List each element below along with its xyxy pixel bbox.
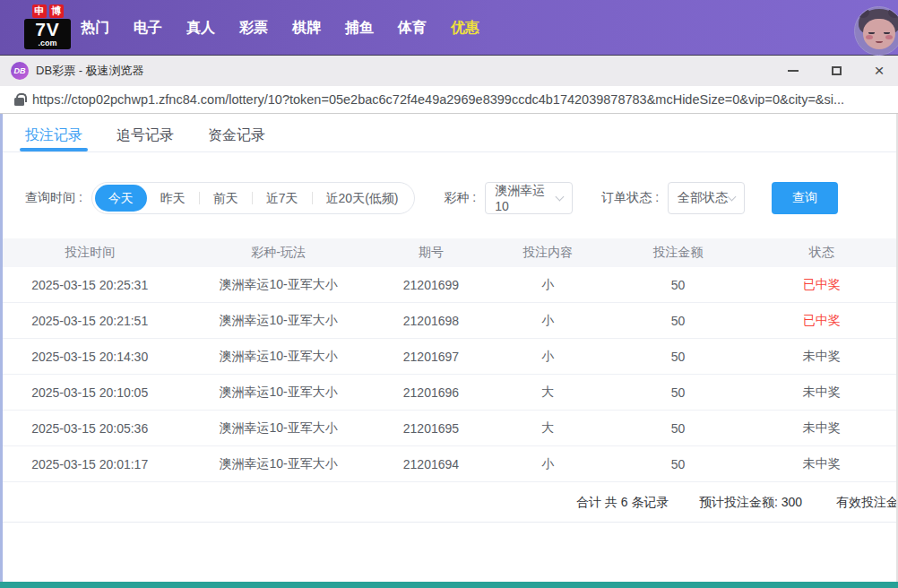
cell-amount: 50 <box>610 314 745 328</box>
cell-status: 未中奖 <box>746 456 898 472</box>
cell-status: 未中奖 <box>746 420 898 437</box>
cell-game: 澳洲幸运10-亚军大小 <box>179 420 376 437</box>
total-records-text: 合计 共 6 条记录 <box>576 495 669 511</box>
minimize-icon <box>788 70 799 72</box>
avatar-face <box>863 19 895 49</box>
cell-time: 2025-03-15 20:14:30 <box>0 350 179 364</box>
table-row: 2025-03-15 20:21:51澳洲幸运10-亚军大小21201698小5… <box>0 303 898 339</box>
expected-bet-amount-text: 预计投注金额: 300 <box>699 495 802 511</box>
cell-content: 小 <box>485 277 610 293</box>
filter-time-last20days[interactable]: 近20天(低频) <box>313 185 412 212</box>
nav-item-7[interactable]: 体育 <box>398 19 427 38</box>
tab-label: 投注记录 <box>25 127 82 143</box>
filter-time-yesterday[interactable]: 昨天 <box>147 185 199 212</box>
logo-chip-bo: 博 <box>49 4 64 18</box>
tab-bet-records[interactable]: 投注记录 <box>25 126 82 151</box>
avatar-hair-bun <box>857 7 869 18</box>
avatar-hair-bun <box>888 7 898 18</box>
cell-game: 澳洲幸运10-亚军大小 <box>179 313 376 329</box>
cell-amount: 50 <box>610 278 745 292</box>
bottom-status-bar <box>0 582 898 588</box>
tab-label: 追号记录 <box>117 127 174 143</box>
cell-content: 小 <box>485 313 610 329</box>
cell-game: 澳洲幸运10-亚军大小 <box>179 349 376 365</box>
table-row: 2025-03-15 20:25:31澳洲幸运10-亚军大小21201699小5… <box>0 267 898 303</box>
cell-content: 大 <box>485 420 610 437</box>
cell-game: 澳洲幸运10-亚军大小 <box>179 456 376 472</box>
filter-time-day-before[interactable]: 前天 <box>200 185 252 212</box>
time-filter-group: 今天昨天前天近7天近20天(低频) <box>91 182 416 214</box>
cell-amount: 50 <box>610 350 745 364</box>
table-row: 2025-03-15 20:01:17澳洲幸运10-亚军大小21201694小5… <box>0 446 898 482</box>
tab-label: 资金记录 <box>208 127 265 143</box>
table-body: 2025-03-15 20:25:31澳洲幸运10-亚军大小21201699小5… <box>0 267 898 482</box>
time-filter-label: 查询时间 : <box>25 190 82 206</box>
valid-bet-amount-text: 有效投注金 <box>836 495 898 511</box>
column-header: 投注金额 <box>610 245 745 261</box>
cell-period: 21201699 <box>377 278 485 292</box>
url-text: https://ctop02pchwp1.zfnc84.com/lottery/… <box>32 92 844 107</box>
table-header-row: 投注时间彩种-玩法期号投注内容投注金额状态 <box>0 238 898 267</box>
nav-item-6[interactable]: 捕鱼 <box>345 19 374 38</box>
bet-records-table: 投注时间彩种-玩法期号投注内容投注金额状态 2025-03-15 20:25:3… <box>0 238 898 523</box>
cell-time: 2025-03-15 20:05:36 <box>0 421 179 436</box>
lottery-select-value: 澳洲幸运10 <box>495 183 557 213</box>
address-bar[interactable]: https://ctop02pchwp1.zfnc84.com/lottery/… <box>0 86 898 114</box>
top-navigation-bar: 申 博 7V .com 热门电子真人彩票棋牌捕鱼体育优惠 <box>0 0 898 56</box>
chevron-down-icon <box>728 192 737 201</box>
window-title: DB彩票 - 极速浏览器 <box>36 63 144 79</box>
nav-item-5[interactable]: 棋牌 <box>292 19 321 38</box>
filter-bar: 查询时间 : 今天昨天前天近7天近20天(低频) 彩种 : 澳洲幸运10 订单状… <box>25 182 898 214</box>
column-header: 状态 <box>746 245 898 261</box>
filter-time-last7days[interactable]: 近7天 <box>253 185 312 212</box>
nav-item-3[interactable]: 真人 <box>186 19 215 38</box>
cell-amount: 50 <box>610 385 745 400</box>
cell-period: 21201697 <box>377 350 485 364</box>
column-header: 期号 <box>377 245 485 261</box>
table-row: 2025-03-15 20:14:30澳洲幸运10-亚军大小21201697小5… <box>0 339 898 375</box>
order-status-label: 订单状态 : <box>601 190 659 206</box>
column-header: 投注内容 <box>485 245 610 261</box>
maximize-button[interactable] <box>826 61 846 81</box>
main-nav-menu: 热门电子真人彩票棋牌捕鱼体育优惠 <box>81 0 479 56</box>
tab-fund-records[interactable]: 资金记录 <box>208 126 265 151</box>
cell-time: 2025-03-15 20:10:05 <box>0 385 179 400</box>
close-button[interactable]: × <box>869 61 889 81</box>
lottery-select[interactable]: 澳洲幸运10 <box>485 182 573 214</box>
record-tabs: 投注记录追号记录资金记录 <box>0 114 898 152</box>
logo-7v-text: 7V <box>24 20 71 39</box>
user-avatar[interactable] <box>854 6 898 56</box>
logo-com-text: .com <box>24 39 71 48</box>
cell-status: 未中奖 <box>746 385 898 401</box>
cell-period: 21201695 <box>377 421 485 436</box>
column-header: 彩种-玩法 <box>179 245 376 261</box>
ssl-lock-icon <box>14 98 24 106</box>
cell-time: 2025-03-15 20:01:17 <box>0 457 179 471</box>
window-left-edge <box>0 114 3 588</box>
browser-app-icon: DB <box>11 62 29 80</box>
cell-content: 小 <box>485 456 610 472</box>
cell-game: 澳洲幸运10-亚军大小 <box>179 385 376 401</box>
cell-time: 2025-03-15 20:21:51 <box>0 314 179 328</box>
cell-period: 21201698 <box>377 314 485 328</box>
cell-period: 21201696 <box>377 385 485 400</box>
cell-game: 澳洲幸运10-亚军大小 <box>179 277 376 293</box>
close-icon: × <box>874 61 884 81</box>
maximize-icon <box>832 66 842 75</box>
order-status-select[interactable]: 全部状态 <box>668 182 745 214</box>
site-logo[interactable]: 申 博 7V .com <box>23 4 72 49</box>
page-content: 投注记录追号记录资金记录 查询时间 : 今天昨天前天近7天近20天(低频) 彩种… <box>0 114 898 588</box>
tab-chase-records[interactable]: 追号记录 <box>117 126 174 151</box>
nav-item-2[interactable]: 电子 <box>134 19 162 38</box>
cell-status: 未中奖 <box>746 349 898 365</box>
filter-time-today[interactable]: 今天 <box>95 185 147 212</box>
nav-item-4[interactable]: 彩票 <box>239 19 268 38</box>
query-button[interactable]: 查询 <box>772 182 838 214</box>
minimize-button[interactable] <box>783 61 803 81</box>
cell-status: 已中奖 <box>746 277 898 293</box>
cell-status: 已中奖 <box>746 313 898 329</box>
table-row: 2025-03-15 20:05:36澳洲幸运10-亚军大小21201695大5… <box>0 411 898 446</box>
nav-item-1[interactable]: 热门 <box>81 19 109 38</box>
active-tab-indicator <box>20 148 88 151</box>
nav-item-8[interactable]: 优惠 <box>451 19 479 38</box>
